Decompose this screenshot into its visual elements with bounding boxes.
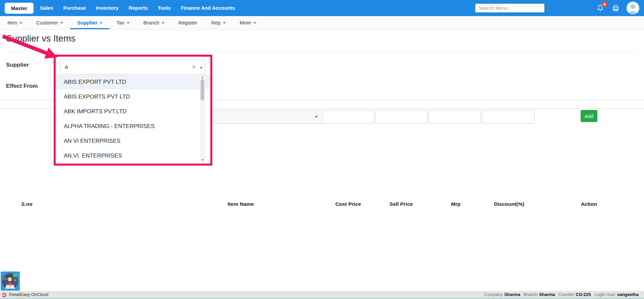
supplier-combobox: ✕ xyxy=(60,60,205,74)
subnav-item-branch[interactable]: Branch xyxy=(137,16,172,29)
print-button[interactable] xyxy=(611,4,620,12)
brand-name: RetailEasy OnCloud xyxy=(9,292,48,297)
retaileasy-logo-icon: RE xyxy=(2,292,7,297)
status-bar: RE RetailEasy OnCloud Company Sharma Bra… xyxy=(0,291,644,299)
mrp-input[interactable] xyxy=(428,110,481,124)
subnav-item-more[interactable]: More xyxy=(233,16,263,29)
supplier-field-label: Supplier xyxy=(6,62,29,68)
counter-label: Counter xyxy=(558,292,574,297)
subnav-item-label: More xyxy=(240,20,251,25)
notifications-button[interactable]: 8 xyxy=(596,4,604,12)
company-value: Sharma xyxy=(504,292,520,297)
add-button[interactable]: Add xyxy=(581,110,597,122)
nav-tools[interactable]: Tools xyxy=(153,0,176,16)
chevron-down-icon xyxy=(60,22,63,24)
subnav-item-customer[interactable]: Customer xyxy=(29,16,70,29)
supplier-option[interactable]: AN.VI. ENTERPRISES xyxy=(56,148,210,163)
col-header-action: Action xyxy=(581,201,597,207)
chevron-down-icon xyxy=(162,22,164,24)
counter-value: CO-225 xyxy=(576,292,591,297)
login-user-label: Login User xyxy=(594,292,615,297)
footer-brand: RE RetailEasy OnCloud xyxy=(2,292,48,297)
supplier-option[interactable]: ABIS EXPORT PVT LTD xyxy=(56,75,210,89)
support-chat-widget[interactable] xyxy=(1,272,20,291)
support-chat-icon xyxy=(1,272,20,291)
nav-purchase[interactable]: Purchase xyxy=(58,0,91,16)
subnav-item-label: Tax xyxy=(116,20,124,25)
top-navbar: Master Sales Purchase Inventory Reports … xyxy=(0,0,644,16)
supplier-dropdown-highlight: ✕ ABIS EXPORT PVT LTD ABIS EXPORTS PVT L… xyxy=(54,55,212,166)
subnav-item-tax[interactable]: Tax xyxy=(109,16,136,29)
login-user-value: sangeetha xyxy=(617,292,639,297)
subnav-item-label: Customer xyxy=(36,20,58,25)
page-title: Supplier vs Items xyxy=(6,33,75,44)
subnav-item-label: Supplier xyxy=(77,20,97,25)
col-header-cost-price: Cost Price xyxy=(335,201,361,207)
subnav-item-label: Item xyxy=(7,20,17,25)
subnav-item-register[interactable]: Register xyxy=(171,16,204,29)
supplier-option[interactable]: AN VI ENTERPRISES xyxy=(56,134,210,148)
supplier-option[interactable]: ALPHA TRADING - ENTERPRISES xyxy=(56,119,210,134)
branch-label: Branch xyxy=(524,292,537,297)
subnav-item-label: Branch xyxy=(144,20,160,25)
company-label: Company xyxy=(484,292,503,297)
supplier-option[interactable]: ABK IMPORTS PVT.LTD xyxy=(56,104,210,119)
topnav-icons: 8 xyxy=(596,2,639,14)
scrollbar-thumb[interactable] xyxy=(201,79,204,101)
chevron-down-icon xyxy=(254,22,256,24)
menu-search-input[interactable] xyxy=(475,3,545,13)
branch-value: Sharma xyxy=(539,292,555,297)
master-subnav: Item Customer Supplier Tax Branch Regist… xyxy=(0,16,644,29)
chevron-down-icon xyxy=(315,116,318,118)
chevron-down-icon xyxy=(127,22,129,24)
chevron-up-icon[interactable] xyxy=(200,66,203,68)
supplier-options-list: ABIS EXPORT PVT LTD ABIS EXPORTS PVT LTD… xyxy=(56,75,210,163)
notification-badge: 8 xyxy=(602,1,607,7)
col-header-item-name: Item Name xyxy=(228,201,254,207)
col-header-sno: S.no xyxy=(21,201,33,207)
subnav-item-rep[interactable]: Rep xyxy=(204,16,233,29)
col-header-discount: Discount(%) xyxy=(494,201,524,207)
user-avatar[interactable] xyxy=(627,2,639,14)
nav-sales[interactable]: Sales xyxy=(35,0,58,16)
discount-input[interactable] xyxy=(482,110,535,124)
person-icon xyxy=(627,2,639,14)
scroll-up-icon[interactable] xyxy=(201,76,204,78)
col-header-mrp: Mrp xyxy=(451,201,461,207)
col-header-sell-price: Sell Price xyxy=(389,201,413,207)
scroll-down-icon[interactable] xyxy=(201,159,204,161)
chevron-down-icon xyxy=(223,22,226,24)
nav-reports[interactable]: Reports xyxy=(124,0,153,16)
supplier-search-input[interactable] xyxy=(60,60,205,74)
nav-master[interactable]: Master xyxy=(5,3,34,14)
cost-price-input[interactable] xyxy=(322,110,374,124)
app-window: Master Sales Purchase Inventory Reports … xyxy=(0,0,644,299)
svg-text:RE: RE xyxy=(2,292,7,296)
dropdown-scrollbar[interactable] xyxy=(200,75,205,162)
clear-icon[interactable]: ✕ xyxy=(192,64,196,70)
subnav-item-label: Rep xyxy=(211,20,221,25)
chevron-down-icon xyxy=(100,22,102,24)
chevron-down-icon xyxy=(19,22,22,24)
session-info: Company Sharma Branch Sharma Counter CO-… xyxy=(484,292,639,297)
nav-finance-and-accounts[interactable]: Finance And Accounts xyxy=(176,0,240,16)
subnav-item-item[interactable]: Item xyxy=(0,16,29,29)
supplier-option[interactable]: ABIS EXPORTS PVT LTD xyxy=(56,89,210,104)
subnav-item-label: Register xyxy=(178,20,197,25)
subnav-item-supplier[interactable]: Supplier xyxy=(70,16,109,29)
sell-price-input[interactable] xyxy=(375,110,428,124)
printer-icon xyxy=(611,4,620,12)
title-divider xyxy=(6,51,638,51)
nav-inventory[interactable]: Inventory xyxy=(91,0,124,16)
effect-from-field-label: Effect From xyxy=(6,83,38,89)
